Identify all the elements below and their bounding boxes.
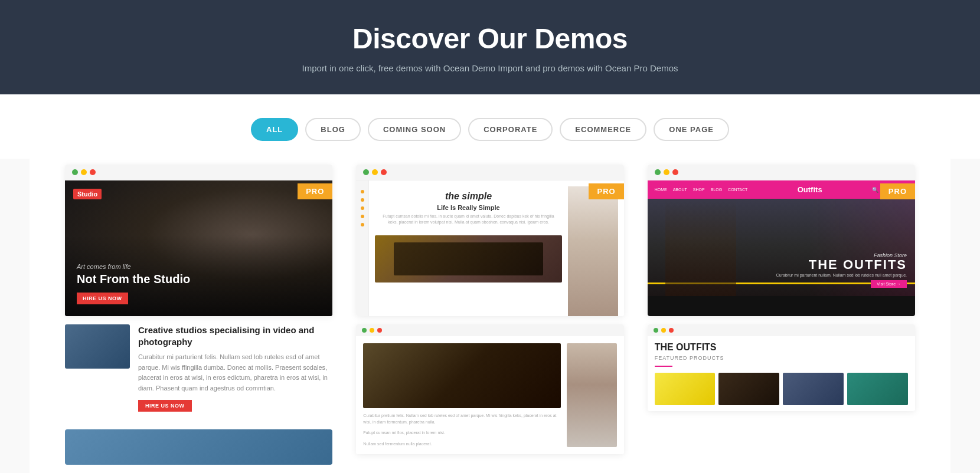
sidebar-dot-3 [361,206,364,210]
filter-all[interactable]: ALL [251,118,298,141]
studio-third [65,429,332,465]
filter-one-page[interactable]: ONE PAGE [654,118,729,141]
outfits-below-card: THE OUTFITS FEATURED PRODUCTS [648,324,915,411]
demo-card-outfits[interactable]: PRO HOME ABOUT SHOP BLOG CONTACT Outfits [648,165,915,465]
outfits-below-title: THE OUTFITS [655,342,908,353]
sidebar-dot-4 [361,215,364,218]
sidebar-dot-1 [361,190,364,193]
outfits-header: HOME ABOUT SHOP BLOG CONTACT Outfits 🔍 ♡… [648,180,915,199]
chrome-dot-red [90,169,96,175]
simple-content: the simple Life Is Really Simple Futupt … [369,180,623,316]
outfits-product-4 [847,373,908,405]
studio-info: Creative studios specialising in video a… [138,324,332,412]
outfits-product-1 [655,373,716,405]
outfits-divider [655,366,672,367]
chrome-dot-green [72,169,78,175]
simple-para3: Nullam sed fermentum nulla placerat. [363,441,560,448]
studio-pro-badge: PRO [298,183,332,199]
filter-ecommerce[interactable]: ECOMMERCE [560,118,646,141]
page-title: Discover Our Demos [12,22,968,55]
outfits-screenshot: HOME ABOUT SHOP BLOG CONTACT Outfits 🔍 ♡… [648,180,915,316]
filter-corporate[interactable]: CORPORATE [468,118,553,141]
chrome-dot-yellow-3 [664,169,669,175]
chrome-dot-yellow [81,169,87,175]
simple-tagline: Life Is Really Simple [377,204,559,211]
studio-subtitle: Art comes from life [77,263,321,270]
browser-chrome-simple [356,165,623,180]
outfits-hero: Fashion Store THE OUTFITS Curabitur mi p… [648,199,915,296]
studio-hire-btn-2[interactable]: HIRE US NOW [138,400,192,412]
simple-para: Curabitur pretium felis. Nullam sed lob … [363,413,560,425]
outfits-hero-text: Fashion Store THE OUTFITS Curabitur mi p… [776,252,907,288]
simple-img-1 [375,235,561,283]
outfits-nav: HOME ABOUT SHOP BLOG CONTACT [655,188,748,192]
demo-card-simple[interactable]: PRO the simple Life Is Rea [356,165,623,465]
studio-below-text: Curabitur mi parturient felis. Nullam se… [138,352,332,393]
page-subtitle: Import in one click, free demos with Oce… [12,63,968,73]
demo-grid: PRO Studio Art comes from life Not From … [30,159,950,473]
outfits-product-2 [718,373,779,405]
studio-title: Not From the Studio [77,272,321,286]
outfits-shop-btn[interactable]: Visit Store → [871,280,907,288]
page-header: Discover Our Demos Import in one click, … [0,0,980,94]
studio-below: Creative studios specialising in video a… [65,316,332,429]
demo-card-studio[interactable]: PRO Studio Art comes from life Not From … [65,165,332,465]
simple-pro-badge: PRO [589,183,623,199]
simple-para2: Futupt cumsan mi fios, placerat in lorem… [363,430,560,436]
studio-thumb [65,324,130,369]
studio-logo: Studio [73,189,102,199]
chrome-dot-red-3 [672,169,678,175]
person-silhouette [568,186,618,316]
studio-hire-btn[interactable]: HIRE US NOW [77,293,128,304]
outfits-product-grid [655,373,908,405]
simple-screenshot: the simple Life Is Really Simple Futupt … [356,180,623,316]
chrome-dot-green-3 [655,169,661,175]
outfits-pro-badge: PRO [880,183,915,199]
sidebar-dot-2 [361,198,364,202]
filter-blog[interactable]: BLOG [305,118,361,141]
filter-coming-soon[interactable]: COMING SOON [368,118,461,141]
sidebar-dot-5 [361,223,364,226]
filter-bar: ALL BLOG COMING SOON CORPORATE ECOMMERCE… [0,94,980,159]
outfits-featured: FEATURED PRODUCTS [655,355,908,361]
simple-brand: the simple [377,191,559,202]
chrome-dot-yellow-2 [372,169,378,175]
browser-chrome-outfits [648,165,915,180]
outfits-product-3 [783,373,844,405]
outfits-logo: Outfits [798,185,822,194]
simple-right-img [568,186,618,316]
simple-below-card: Curabitur pretium felis. Nullam sed lob … [356,324,623,454]
chrome-dot-red-2 [381,169,387,175]
outfits-below: THE OUTFITS FEATURED PRODUCTS [648,336,915,411]
simple-body: Futupt cumsan dotolis mi fios, in aucte … [377,213,559,226]
studio-below-title: Creative studios specialising in video a… [138,324,332,347]
studio-screenshot: Studio Art comes from life Not From the … [65,180,332,316]
browser-chrome-studio [65,165,332,180]
chrome-dot-green-2 [363,169,369,175]
simple-sidebar [356,180,369,316]
